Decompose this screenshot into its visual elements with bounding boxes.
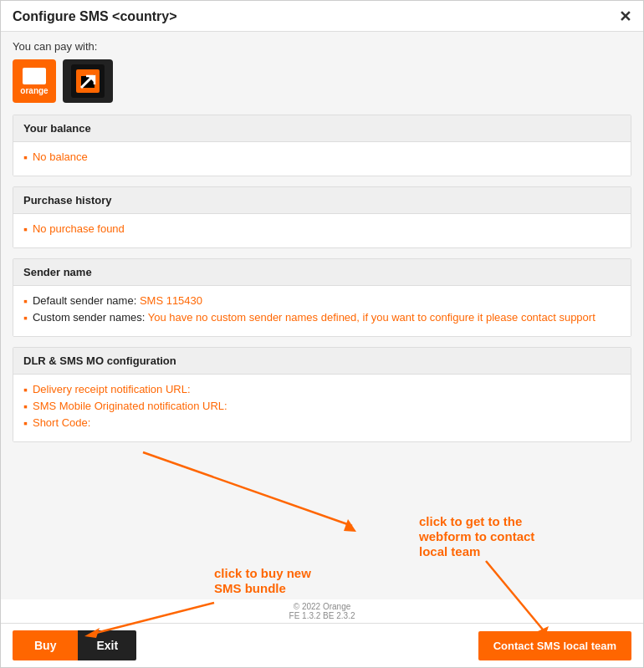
purchase-body: No purchase found xyxy=(13,214,631,247)
sender-body: Default sender name: SMS 115430 Custom s… xyxy=(13,286,631,336)
custom-sender-text: Custom sender names: You have no custom … xyxy=(33,311,595,324)
custom-sender-label: Custom sender names: xyxy=(33,311,148,324)
orange-money-logo xyxy=(63,59,113,103)
dlr-section: DLR & SMS MO configuration Delivery rece… xyxy=(13,347,631,442)
copyright-text: © 2022 Orange xyxy=(294,602,351,611)
modal-header: Configure SMS <country> ✕ xyxy=(1,1,643,32)
short-code-item: Short Code: xyxy=(23,416,621,430)
dlr-header: DLR & SMS MO configuration xyxy=(13,348,631,375)
short-code-label: Short Code: xyxy=(33,416,90,429)
pay-with-label: You can pay with: xyxy=(13,40,631,53)
custom-sender-value: You have no custom sender names defined,… xyxy=(148,311,595,324)
no-balance-text: No balance xyxy=(33,150,88,163)
orange-logo-icon xyxy=(23,68,46,84)
buy-button[interactable]: Buy xyxy=(13,630,78,660)
balance-section: Your balance No balance xyxy=(13,115,631,176)
purchase-section: Purchase history No purchase found xyxy=(13,186,631,248)
purchase-header: Purchase history xyxy=(13,187,631,214)
delivery-url-label: Delivery receipt notification URL: xyxy=(33,383,191,395)
default-sender-value: SMS 115430 xyxy=(140,294,202,307)
close-button[interactable]: ✕ xyxy=(619,9,631,24)
orange-label: orange xyxy=(20,86,48,95)
no-purchase-item: No purchase found xyxy=(23,222,621,236)
default-sender-label: Default sender name: xyxy=(33,294,140,307)
sender-header: Sender name xyxy=(13,259,631,286)
modal-title: Configure SMS <country> xyxy=(13,9,176,24)
custom-sender-item: Custom sender names: You have no custom … xyxy=(23,311,621,324)
no-balance-item: No balance xyxy=(23,150,621,164)
modal-container: Configure SMS <country> ✕ You can pay wi… xyxy=(0,0,644,668)
dlr-body: Delivery receipt notification URL: SMS M… xyxy=(13,375,631,441)
orange-money-icon xyxy=(69,63,106,99)
delivery-url-item: Delivery receipt notification URL: xyxy=(23,383,621,396)
exit-button[interactable]: Exit xyxy=(78,630,136,660)
orange-logo: orange xyxy=(13,59,56,103)
contact-button[interactable]: Contact SMS local team xyxy=(478,631,631,660)
footer-left-buttons: Buy Exit xyxy=(13,630,136,660)
payment-logos: orange xyxy=(13,59,631,103)
version-text: FE 1.3.2 BE 2.3.2 xyxy=(289,611,355,620)
modal-body: You can pay with: orange xyxy=(1,32,643,599)
spacer xyxy=(13,452,631,461)
balance-header: Your balance xyxy=(13,115,631,142)
no-purchase-text: No purchase found xyxy=(33,222,125,235)
footer-copyright: © 2022 Orange FE 1.3.2 BE 2.3.2 xyxy=(1,599,643,623)
modal-footer: Buy Exit Contact SMS local team xyxy=(1,623,643,667)
default-sender-item: Default sender name: SMS 115430 xyxy=(23,294,621,308)
sms-mo-label: SMS Mobile Originated notification URL: xyxy=(33,400,227,412)
balance-body: No balance xyxy=(13,142,631,176)
sms-mo-item: SMS Mobile Originated notification URL: xyxy=(23,400,621,413)
default-sender-text: Default sender name: SMS 115430 xyxy=(33,294,202,307)
sender-section: Sender name Default sender name: SMS 115… xyxy=(13,258,631,337)
